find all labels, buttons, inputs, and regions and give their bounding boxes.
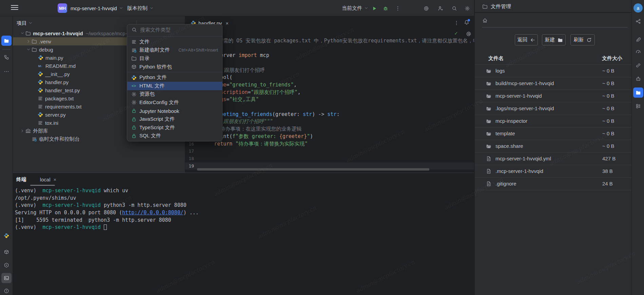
chevron-right-icon[interactable]	[19, 129, 25, 133]
code-with-me-icon[interactable]	[437, 5, 444, 12]
horizontal-scrollbar[interactable]	[197, 168, 429, 171]
file-row-space.share[interactable]: space.share~ 0 B	[475, 140, 631, 152]
popup-item-资源包[interactable]: 资源包	[127, 90, 222, 99]
line-number: 18	[185, 155, 198, 162]
dependencies-icon[interactable]	[1, 247, 12, 257]
terminal-output[interactable]: (.venv) mcp-server-1-hvvqid which uv/opt…	[13, 186, 474, 295]
notifications-icon[interactable]	[464, 20, 469, 26]
file-row-mcp-inspector[interactable]: mcp-inspector~ 0 B	[475, 115, 631, 127]
python-console-icon[interactable]	[1, 231, 12, 241]
file-row-.gitignore[interactable]: .gitignore24 B	[475, 177, 631, 190]
terminal-title[interactable]: 终端	[16, 173, 26, 186]
lock-icon	[131, 108, 137, 114]
popup-item-SQL-文件[interactable]: SQL 文件	[127, 132, 222, 140]
layout-icon[interactable]	[635, 102, 642, 110]
popup-item-文件[interactable]: 文件	[127, 38, 222, 46]
project-panel-title[interactable]: 项目	[17, 16, 33, 30]
folder-fill-icon	[558, 37, 563, 43]
back-button[interactable]: 返回	[515, 34, 538, 45]
more-actions-icon[interactable]	[394, 5, 402, 12]
file-row-mcp-server-1-hvvqid.yml[interactable]: mcp-server-1-hvvqid.yml427 B	[475, 152, 631, 165]
svg-text:<>: <>	[132, 84, 136, 88]
file-type-search[interactable]: 搜索文件类型	[127, 24, 222, 35]
new-folder-button[interactable]: 新建	[542, 34, 566, 45]
main-menu-icon[interactable]	[11, 5, 18, 11]
file-icon	[486, 181, 491, 186]
file-manager-title: 文件管理	[491, 3, 511, 10]
popup-item-Python-文件[interactable]: Python 文件	[127, 73, 222, 82]
chevron-right-icon[interactable]	[25, 39, 32, 43]
editor-options-icon[interactable]	[454, 20, 459, 26]
terminal-link[interactable]: http://0.0.0.0:8080/	[122, 210, 183, 216]
popup-item-新建临时文件[interactable]: 新建临时文件Ctrl+Alt+Shift+Insert	[127, 46, 222, 55]
file-manager-header: 文件管理	[475, 0, 631, 13]
popup-item-HTML-文件[interactable]: <>HTML 文件	[127, 82, 222, 90]
file-row-.mcp-server-1-hvvqid[interactable]: .mcp-server-1-hvvqid38 B	[475, 165, 631, 177]
file-row-.logsmcp-server-1-hvvqid[interactable]: .logs/mcp-server-1-hvvqid~ 0 B	[475, 102, 631, 115]
vcs-selector[interactable]: 版本控制	[127, 0, 154, 16]
file-size: ~ 0 B	[602, 143, 614, 149]
terminal-tab-local[interactable]: local ×	[30, 173, 66, 186]
left-tool-strip	[0, 16, 13, 295]
problems-icon[interactable]	[1, 286, 12, 295]
popup-item-目录[interactable]: 目录	[127, 54, 222, 63]
settings-icon[interactable]	[464, 5, 471, 12]
folder-icon	[486, 106, 491, 111]
run-config-selector[interactable]: 当前文件	[342, 0, 368, 16]
arrow-left-icon	[530, 37, 535, 43]
avatar[interactable]: a	[633, 3, 643, 13]
popup-item-label: Jupyter Notebook	[139, 108, 179, 114]
popup-item-label: HTML 文件	[139, 83, 164, 89]
project-panel-title-label: 项目	[17, 20, 27, 26]
services-icon[interactable]	[1, 260, 12, 270]
share-icon[interactable]	[635, 18, 642, 25]
chevron-down-icon	[119, 6, 123, 10]
scratch-icon	[32, 136, 37, 142]
file-name: .gitignore	[495, 181, 516, 186]
terminal-line: (.venv) mcp-server-1-hvvqid	[15, 224, 474, 231]
terminal-header: 终端 local ×	[13, 173, 474, 186]
attachment-icon[interactable]	[635, 36, 642, 43]
search-everywhere-icon[interactable]	[451, 5, 458, 12]
popup-item-Python-软件包[interactable]: Python 软件包	[127, 63, 222, 71]
popup-item-TypeScript-文件[interactable]: TypeScript 文件	[127, 123, 222, 132]
code-line-2: # 运行所需的 OS 安装包放在 packages.txt 中，Python安装…	[202, 37, 474, 45]
popup-item-EditorConfig-文件[interactable]: EditorConfig 文件	[127, 98, 222, 107]
popup-item-JavaScript-文件[interactable]: JavaScript 文件	[127, 115, 222, 123]
project-logo[interactable]: MH	[58, 3, 67, 13]
link-icon[interactable]	[635, 62, 642, 69]
file-name: mcp-inspector	[495, 118, 527, 124]
ai-assistant-icon[interactable]	[423, 5, 430, 12]
bot-icon[interactable]	[635, 75, 642, 83]
debug-button[interactable]	[382, 5, 389, 12]
divider	[127, 72, 222, 72]
file-manager-icon[interactable]	[633, 87, 643, 98]
file-row-buildmcp-server-1-hvvqid[interactable]: build/mcp-server-1-hvvqid~ 0 B	[475, 77, 631, 90]
refresh-button[interactable]: 刷新	[570, 34, 595, 45]
file-row-mcp-server-1-hvvqid[interactable]: mcp-server-1-hvvqid~ 0 B	[475, 90, 631, 102]
more-tools-icon[interactable]	[1, 66, 12, 77]
popup-item-label: EditorConfig 文件	[139, 99, 179, 106]
lock-icon	[131, 133, 137, 139]
file-size: ~ 0 B	[602, 131, 614, 136]
chevron-down-icon[interactable]	[19, 31, 25, 35]
gauge-icon[interactable]	[635, 48, 642, 56]
tree-item-label: requirements.txt	[45, 104, 82, 110]
tree-item-label: server.py	[45, 112, 66, 118]
close-terminal-tab-icon[interactable]: ×	[54, 177, 57, 182]
divider	[482, 27, 627, 27]
file-row-template[interactable]: template~ 0 B	[475, 127, 631, 140]
project-selector[interactable]: mcp-server-1-hvvqid	[71, 0, 123, 16]
close-tab-icon[interactable]: ×	[226, 20, 229, 26]
chevron-down-icon[interactable]	[25, 47, 32, 52]
run-button[interactable]	[371, 5, 378, 12]
terminal-icon[interactable]	[1, 273, 12, 283]
popup-item-Jupyter-Notebook[interactable]: Jupyter Notebook	[127, 107, 222, 115]
home-icon[interactable]	[482, 18, 488, 23]
folder-icon	[486, 131, 491, 136]
code-editor[interactable]: 1# 提示2# 运行所需的 OS 安装包放在 packages.txt 中，Py…	[185, 30, 474, 173]
ide-window: MH mcp-server-1-hvvqid 版本控制 当前文件 项目	[0, 0, 644, 295]
structure-icon[interactable]	[1, 52, 12, 62]
file-row-logs[interactable]: logs~ 0 B	[475, 64, 631, 77]
project-tool-icon[interactable]	[1, 36, 12, 46]
